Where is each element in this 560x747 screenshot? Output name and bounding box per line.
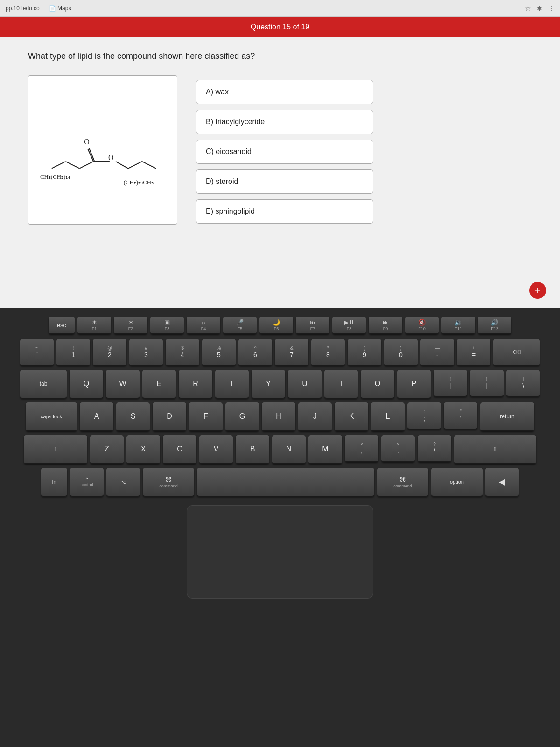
key-slash[interactable]: ? / [418, 435, 451, 462]
key-d[interactable]: D [153, 402, 186, 431]
key-3[interactable]: # 3 [129, 339, 163, 366]
key-f3[interactable]: ▣ F3 [150, 317, 184, 334]
key-w[interactable]: W [106, 370, 140, 399]
svg-text:O: O [108, 154, 113, 162]
key-return[interactable]: return [480, 402, 534, 431]
key-command-left[interactable]: ⌘ command [143, 468, 194, 497]
key-t[interactable]: T [215, 370, 249, 399]
question-body: O O CH₃(CH₂)₁₄ (CH₂)₂₉CH₃ A) wax [28, 75, 532, 225]
key-g[interactable]: G [225, 402, 259, 431]
key-b[interactable]: B [236, 435, 269, 464]
trackpad[interactable] [187, 505, 373, 599]
key-quote[interactable]: " ' [444, 402, 477, 430]
key-p[interactable]: P [397, 370, 431, 399]
svg-line-0 [52, 162, 66, 169]
key-arrow-left[interactable]: ◀ [485, 468, 519, 497]
key-f1[interactable]: ✶ F1 [77, 317, 111, 334]
key-f[interactable]: F [189, 402, 223, 431]
key-r[interactable]: R [179, 370, 212, 399]
key-tab[interactable]: tab [20, 370, 67, 399]
key-backslash[interactable]: | \ [506, 370, 540, 397]
key-bracket-right[interactable]: } ] [470, 370, 504, 397]
key-8[interactable]: * 8 [311, 339, 345, 366]
key-f6[interactable]: 🌙 F6 [259, 317, 293, 334]
question-progress-label: Question 15 of 19 [251, 23, 309, 31]
key-k[interactable]: K [335, 402, 368, 431]
key-f8[interactable]: ▶⏸ F8 [332, 317, 366, 334]
key-alt-left[interactable]: ⌥ [106, 468, 140, 497]
key-o[interactable]: O [361, 370, 394, 399]
key-f4[interactable]: ⌕ F4 [187, 317, 220, 334]
key-f5[interactable]: 🎤 F5 [223, 317, 257, 334]
key-equals[interactable]: + = [457, 339, 490, 366]
key-shift-right[interactable]: ⇧ [454, 435, 536, 464]
key-j[interactable]: J [298, 402, 332, 431]
key-q[interactable]: Q [70, 370, 103, 399]
qwerty-row-3: ⇧ Z X C V B N M < , > . ? / ⇧ [24, 435, 536, 464]
key-i[interactable]: I [324, 370, 358, 399]
key-command-right[interactable]: ⌘ command [377, 468, 428, 497]
key-a[interactable]: A [80, 402, 113, 431]
key-minus[interactable]: — - [420, 339, 454, 366]
key-1[interactable]: ! 1 [56, 339, 90, 366]
bookmark-icon[interactable]: ☆ [525, 5, 531, 12]
key-2[interactable]: @ 2 [93, 339, 126, 366]
key-f7[interactable]: ⏮ F7 [296, 317, 329, 334]
key-9[interactable]: ( 9 [348, 339, 381, 366]
key-x[interactable]: X [126, 435, 160, 464]
key-m[interactable]: M [308, 435, 342, 464]
key-backtick[interactable]: ~ ` [20, 339, 54, 366]
key-bracket-left[interactable]: { [ [434, 370, 467, 397]
key-f9[interactable]: ⏭ F9 [369, 317, 402, 334]
key-f11[interactable]: 🔉 F11 [441, 317, 475, 334]
key-4[interactable]: $ 4 [166, 339, 199, 366]
svg-line-10 [142, 162, 156, 169]
key-f2[interactable]: ✶ F2 [114, 317, 147, 334]
key-s[interactable]: S [116, 402, 150, 431]
keyboard-area: esc ✶ F1 ✶ F2 ▣ F3 ⌕ F4 🎤 F5 🌙 F6 ⏮ F7 [0, 308, 560, 747]
key-5[interactable]: % 5 [202, 339, 236, 366]
key-esc[interactable]: esc [49, 317, 75, 334]
key-semicolon[interactable]: : ; [407, 402, 441, 430]
svg-text:O: O [84, 138, 89, 146]
key-7[interactable]: & 7 [275, 339, 308, 366]
key-space[interactable] [197, 468, 374, 497]
svg-text:CH₃(CH₂)₁₄: CH₃(CH₂)₁₄ [40, 174, 70, 180]
key-control-left[interactable]: ⌃ control [70, 468, 104, 497]
key-v[interactable]: V [199, 435, 233, 464]
browser-icon-group: ☆ ✱ ⋮ [525, 5, 554, 12]
answer-option-e[interactable]: E) sphingolipid [196, 199, 373, 224]
key-z[interactable]: Z [90, 435, 124, 464]
key-f10[interactable]: 🔇 F10 [405, 317, 439, 334]
answer-option-d[interactable]: D) steroid [196, 169, 373, 194]
key-fn[interactable]: fn [41, 468, 67, 497]
svg-line-9 [128, 162, 142, 169]
key-shift-left[interactable]: ⇧ [24, 435, 87, 464]
key-c[interactable]: C [163, 435, 196, 464]
extensions-icon[interactable]: ✱ [537, 5, 542, 12]
answer-option-a[interactable]: A) wax [196, 80, 373, 104]
key-l[interactable]: L [371, 402, 405, 431]
plus-button[interactable]: + [529, 282, 546, 299]
answer-option-c[interactable]: C) eicosanoid [196, 140, 373, 164]
key-option-right[interactable]: option [431, 468, 483, 497]
number-row: ~ ` ! 1 @ 2 # 3 $ 4 [20, 339, 540, 366]
key-6[interactable]: ^ 6 [238, 339, 272, 366]
key-caps-lock[interactable]: caps lock [26, 402, 77, 431]
key-0[interactable]: ) 0 [384, 339, 418, 366]
key-u[interactable]: U [288, 370, 322, 399]
key-e[interactable]: E [142, 370, 176, 399]
answer-option-b[interactable]: B) triacylglyceride [196, 110, 373, 134]
menu-icon[interactable]: ⋮ [548, 5, 554, 12]
key-y[interactable]: Y [252, 370, 285, 399]
key-period[interactable]: > . [381, 435, 415, 462]
svg-text:(CH₂)₂₉CH₃: (CH₂)₂₉CH₃ [124, 179, 154, 186]
qwerty-row-1: tab Q W E R T Y U I O P { [ } ] | \ [20, 370, 540, 399]
key-f12[interactable]: 🔊 F12 [478, 317, 511, 334]
browser-controls: pp.101edu.co [6, 5, 40, 12]
key-backspace[interactable]: ⌫ [493, 339, 540, 366]
key-n[interactable]: N [272, 435, 306, 464]
browser-tab: 📄 Maps [49, 5, 71, 12]
key-comma[interactable]: < , [345, 435, 378, 462]
key-h[interactable]: H [262, 402, 295, 431]
